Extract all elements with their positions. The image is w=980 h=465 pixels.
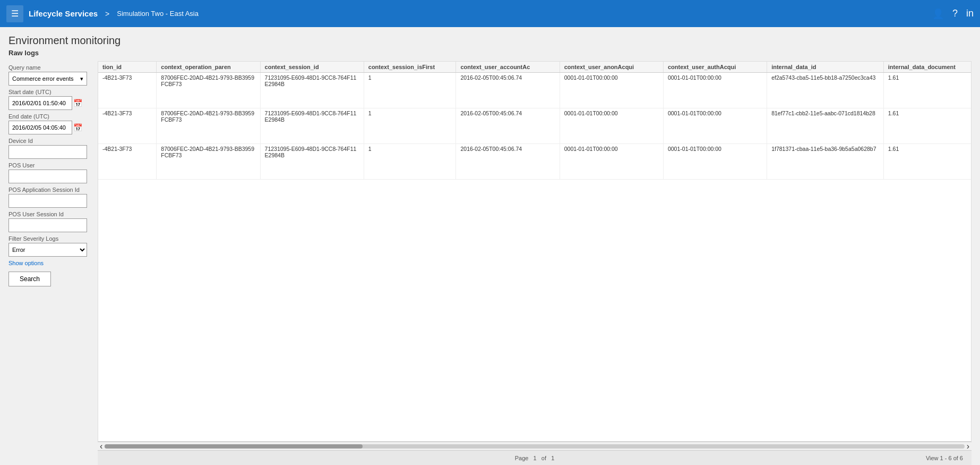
form-panel: Query name Commerce error events ▾ Start… (8, 61, 98, 465)
breadcrumb-text: Simulation Two - East Asia (117, 10, 199, 18)
pos-user-label: POS User (8, 162, 93, 168)
filter-severity-label: Filter Severity Logs (8, 235, 93, 242)
cell-tion_id: -4B21-3F73 (98, 73, 157, 108)
start-date-label: Start date (UTC) (8, 89, 93, 95)
hamburger-menu-button[interactable]: ☰ (6, 5, 23, 22)
cell-context_operation_paren: 87006FEC-20AD-4B21-9793-BB3959FCBF73 (157, 73, 260, 108)
pos-user-session-label: POS User Session Id (8, 211, 93, 217)
col-header-tion-id: tion_id (98, 62, 157, 73)
cell-context_user_authAcqui: 0001-01-01T00:00:00 (663, 144, 767, 180)
cell-internal_data_document: 1.61 (883, 144, 972, 180)
pos-user-input[interactable] (8, 170, 87, 183)
col-header-sess-isfirst: context_session_isFirst (364, 62, 456, 73)
breadcrumb-chevron: > (105, 10, 109, 18)
cell-context_user_anonAcqui: 0001-01-01T00:00:00 (560, 108, 663, 144)
data-table: tion_id context_operation_paren context_… (98, 62, 972, 180)
cell-context_session_id: 71231095-E609-48D1-9CC8-764F11E2984B (260, 73, 364, 108)
cell-context_session_isFirst: 1 (364, 73, 456, 108)
end-date-label: End date (UTC) (8, 113, 93, 120)
query-name-value: Commerce error events (12, 75, 74, 82)
table-row: -4B21-3F7387006FEC-20AD-4B21-9793-BB3959… (98, 73, 972, 108)
col-header-int-data-id: internal_data_id (767, 62, 884, 73)
start-date-input[interactable] (8, 96, 72, 110)
cell-context_session_isFirst: 1 (364, 144, 456, 180)
footer-bar: Page 1 of 1 View 1 - 6 of 6 (98, 450, 972, 465)
device-id-input[interactable] (8, 145, 87, 159)
cell-context_user_anonAcqui: 0001-01-01T00:00:00 (560, 73, 663, 108)
cell-internal_data_document: 1.61 (883, 73, 972, 108)
cell-context_session_id: 71231095-E609-48D1-9CC8-764F11E2984B (260, 108, 364, 144)
cell-internal_data_id: ef2a5743-cba5-11e5-bb18-a7250ec3ca43 (767, 73, 884, 108)
query-name-dropdown[interactable]: Commerce error events ▾ (8, 72, 87, 86)
top-navigation: ☰ Lifecycle Services > Simulation Two - … (0, 0, 980, 27)
device-id-label: Device Id (8, 138, 93, 144)
table-row: -4B21-3F7387006FEC-20AD-4B21-9793-BB3959… (98, 144, 972, 180)
col-header-user-auth: context_user_authAcqui (663, 62, 767, 73)
pos-app-session-input[interactable] (8, 194, 87, 208)
col-header-user-acct: context_user_accountAc (456, 62, 560, 73)
table-panel: tion_id context_operation_paren context_… (98, 61, 972, 465)
pos-app-session-label: POS Application Session Id (8, 187, 93, 193)
cell-context_user_authAcqui: 0001-01-01T00:00:00 (663, 108, 767, 144)
cell-context_user_accountAc: 2016-02-05T00:45:06.74 (456, 144, 560, 180)
section-title: Raw logs (8, 49, 972, 57)
filter-severity-select[interactable]: Error Warning Info (8, 243, 87, 257)
content-body: Query name Commerce error events ▾ Start… (8, 61, 972, 465)
cell-context_session_isFirst: 1 (364, 108, 456, 144)
table-header-row: tion_id context_operation_paren context_… (98, 62, 972, 73)
start-date-calendar-icon[interactable]: 📅 (73, 99, 82, 107)
col-header-op-paren: context_operation_paren (157, 62, 260, 73)
user-icon[interactable]: 👤 (932, 8, 944, 20)
scroll-left-arrow[interactable]: ‹ (100, 442, 102, 451)
cell-context_user_accountAc: 2016-02-05T00:45:06.74 (456, 108, 560, 144)
cell-tion_id: -4B21-3F73 (98, 108, 157, 144)
footer-view-count: View 1 - 6 of 6 (926, 455, 963, 461)
scroll-right-arrow[interactable]: › (967, 442, 969, 451)
show-options-link[interactable]: Show options (8, 260, 93, 266)
cell-context_session_id: 71231095-E609-48D1-9CC8-764F11E2984B (260, 144, 364, 180)
brand-title: Lifecycle Services (29, 9, 98, 18)
table-row: -4B21-3F7387006FEC-20AD-4B21-9793-BB3959… (98, 108, 972, 144)
search-button[interactable]: Search (8, 272, 51, 286)
cell-tion_id: -4B21-3F73 (98, 144, 157, 180)
horizontal-scrollbar[interactable]: ‹ › (98, 442, 972, 450)
main-container: Environment monitoring Raw logs Query na… (0, 27, 980, 465)
cell-internal_data_id: 1f781371-cbaa-11e5-ba36-9b5a5a0628b7 (767, 144, 884, 180)
table-container[interactable]: tion_id context_operation_paren context_… (98, 61, 972, 442)
col-header-int-data-doc: internal_data_document (883, 62, 972, 73)
help-icon[interactable]: ? (952, 8, 958, 19)
end-date-calendar-icon[interactable]: 📅 (73, 123, 82, 132)
footer-page-label: Page 1 of 1 (515, 455, 555, 461)
cell-context_operation_paren: 87006FEC-20AD-4B21-9793-BB3959FCBF73 (157, 144, 260, 180)
cell-context_operation_paren: 87006FEC-20AD-4B21-9793-BB3959FCBF73 (157, 108, 260, 144)
right-content: Environment monitoring Raw logs Query na… (0, 27, 980, 465)
cell-internal_data_document: 1.61 (883, 108, 972, 144)
query-name-label: Query name (8, 64, 93, 71)
col-header-user-anon: context_user_anonAcqui (560, 62, 663, 73)
pos-user-session-input[interactable] (8, 218, 87, 232)
settings-icon[interactable]: in (966, 8, 974, 19)
cell-context_user_authAcqui: 0001-01-01T00:00:00 (663, 73, 767, 108)
dropdown-arrow-icon: ▾ (80, 75, 83, 82)
cell-internal_data_id: 81ef77c1-cbb2-11e5-aabc-071cd1814b28 (767, 108, 884, 144)
page-title: Environment monitoring (8, 35, 972, 47)
cell-context_user_accountAc: 2016-02-05T00:45:06.74 (456, 73, 560, 108)
cell-context_user_anonAcqui: 0001-01-01T00:00:00 (560, 144, 663, 180)
end-date-input[interactable] (8, 121, 72, 134)
hamburger-icon: ☰ (11, 9, 19, 19)
table-body: -4B21-3F7387006FEC-20AD-4B21-9793-BB3959… (98, 73, 972, 180)
topnav-right-actions: 👤 ? in (932, 8, 974, 20)
col-header-sess-id: context_session_id (260, 62, 364, 73)
